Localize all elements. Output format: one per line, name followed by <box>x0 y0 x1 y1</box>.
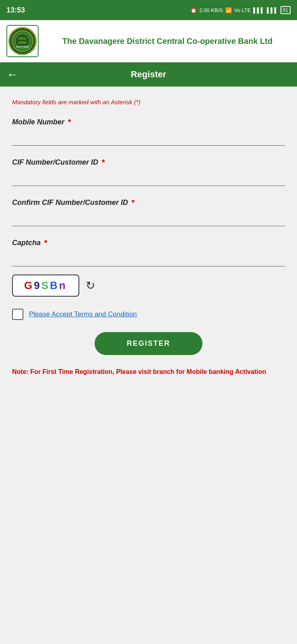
cif-label: CIF Number/Customer ID * <box>12 158 285 167</box>
status-bar: 13:53 ⏰ 2.00 KB/S 📶 Vo LTE ▌▌▌ ▌▌▌ 61 <box>0 0 297 20</box>
mobile-input[interactable] <box>12 131 285 146</box>
signal-icon-2: ▌▌▌ <box>267 7 278 13</box>
status-icons: ⏰ 2.00 KB/S 📶 Vo LTE ▌▌▌ ▌▌▌ 61 <box>190 6 291 14</box>
captcha-char-9: 9 <box>34 279 41 291</box>
captcha-char-b: B <box>50 279 59 291</box>
nav-title: Register <box>25 69 272 80</box>
captcha-char-n: n <box>59 279 67 291</box>
wifi-icon: 📶 <box>225 7 232 13</box>
form-container: Mandatory fields are marked with an Aste… <box>0 87 297 644</box>
bank-header: DDCC BANK DAVANGERE The Davanagere Distr… <box>0 20 297 62</box>
terms-row: Please Accept Terms and Condition <box>12 309 285 320</box>
lte-icon: Vo LTE <box>234 7 251 13</box>
bank-logo: DDCC BANK DAVANGERE <box>6 25 39 57</box>
mobile-label: Mobile Number * <box>12 118 285 127</box>
captcha-refresh-button[interactable]: ↻ <box>86 279 95 292</box>
captcha-display-row: G9SBn ↻ <box>12 275 285 297</box>
captcha-input[interactable] <box>12 252 285 266</box>
register-btn-container: REGISTER <box>12 332 285 355</box>
alarm-icon: ⏰ <box>190 7 197 13</box>
confirm-cif-label: Confirm CIF Number/Customer ID * <box>12 198 285 207</box>
terms-checkbox[interactable] <box>12 309 23 320</box>
bank-name: The Davanagere District Central Co-opera… <box>44 36 291 46</box>
confirm-cif-required-star: * <box>131 198 134 207</box>
register-button[interactable]: REGISTER <box>95 332 202 355</box>
mobile-field-group: Mobile Number * <box>12 118 285 146</box>
bank-logo-emblem: DDCC BANK DAVANGERE <box>8 27 37 55</box>
cif-input[interactable] <box>12 171 285 186</box>
back-button[interactable]: ← <box>6 68 19 80</box>
registration-note: Note: For First Time Registration, Pleas… <box>12 367 285 377</box>
captcha-label: Captcha * <box>12 238 285 248</box>
captcha-char-s: S <box>41 279 50 291</box>
captcha-image-box: G9SBn <box>12 275 79 297</box>
svg-text:BANK: BANK <box>19 41 27 44</box>
confirm-cif-input[interactable] <box>12 211 285 226</box>
svg-text:DDCC: DDCC <box>19 37 27 40</box>
data-speed: 2.00 KB/S <box>199 7 223 13</box>
signal-icon-1: ▌▌▌ <box>253 7 264 13</box>
captcha-required-star: * <box>44 238 47 248</box>
captcha-char-g: G <box>24 279 34 291</box>
nav-bar: ← Register <box>0 62 297 87</box>
captcha-field-group: Captcha * G9SBn ↻ <box>12 238 285 297</box>
cif-field-group: CIF Number/Customer ID * <box>12 158 285 186</box>
cif-required-star: * <box>101 158 105 167</box>
battery-icon: 61 <box>280 6 291 14</box>
confirm-cif-field-group: Confirm CIF Number/Customer ID * <box>12 198 285 226</box>
mandatory-note: Mandatory fields are marked with an Aste… <box>12 99 285 105</box>
terms-label[interactable]: Please Accept Terms and Condition <box>29 310 137 318</box>
mobile-required-star: * <box>68 118 71 127</box>
svg-text:DAVANGERE: DAVANGERE <box>16 45 29 48</box>
status-time: 13:53 <box>6 6 25 14</box>
